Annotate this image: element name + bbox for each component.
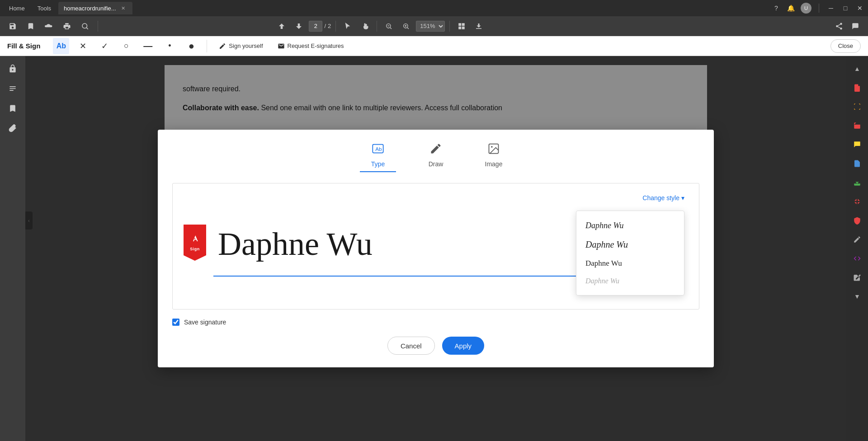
tool-x-icon: ✕ [80, 41, 86, 51]
apply-button[interactable]: Apply [442, 337, 485, 355]
svg-line-8 [407, 28, 409, 29]
svg-line-4 [390, 28, 392, 29]
zoom-select[interactable]: 151% 100% 75% 50% 200% [416, 21, 445, 32]
toolbar-sep-2 [335, 21, 336, 32]
bell-icon[interactable]: 🔔 [786, 4, 795, 13]
svg-point-21 [491, 146, 493, 148]
right-icon-compress[interactable] [848, 192, 866, 211]
right-icon-export[interactable] [848, 174, 866, 192]
tool-filled-dot[interactable]: ● [183, 38, 199, 54]
sidebar-bookmark-icon[interactable] [4, 99, 22, 117]
right-icon-organize[interactable] [848, 155, 866, 173]
right-icon-combine[interactable] [848, 117, 866, 135]
layout-button[interactable] [454, 19, 469, 33]
style-option-2[interactable]: Daphne Wu [576, 235, 684, 254]
right-icon-protect[interactable] [848, 211, 866, 230]
right-icon-edit2[interactable] [848, 268, 866, 286]
svg-text:Ab: Ab [375, 146, 382, 152]
right-icon-scroll-down[interactable]: ▼ [848, 287, 866, 305]
toolbar-sep-3 [377, 21, 377, 32]
style-option-3[interactable]: Daphne Wu [576, 254, 684, 272]
right-icon-fillsign[interactable] [848, 249, 866, 267]
right-icon-scroll-up[interactable]: ▲ [848, 60, 866, 78]
toolbar-sep-4 [449, 21, 450, 32]
download-button[interactable] [472, 19, 486, 33]
save-signature-row: Save signature [172, 319, 699, 326]
tool-circle[interactable]: ○ [118, 38, 134, 54]
tool-check-icon: ✓ [101, 41, 108, 51]
dialog-overlay: Ab Type Draw Image [25, 56, 846, 441]
tab-image[interactable]: Image [476, 142, 512, 172]
search-button[interactable] [78, 19, 92, 33]
tab-home[interactable]: Home [4, 2, 30, 14]
tool-check[interactable]: ✓ [96, 38, 113, 54]
sidebar-lock-icon[interactable] [4, 60, 22, 78]
adobe-icon [190, 235, 199, 246]
tool-circle-icon: ○ [124, 41, 129, 51]
tool-dot[interactable]: • [161, 38, 178, 54]
change-style-button[interactable]: Change style ▾ [642, 194, 684, 202]
style-option-1[interactable]: Daphne Wu [576, 216, 684, 235]
dialog-tabs: Ab Type Draw Image [172, 142, 699, 172]
tab-draw[interactable]: Draw [418, 142, 454, 172]
tab-document-label: homeacrordrunifie... [64, 5, 116, 12]
tab-type[interactable]: Ab Type [360, 142, 396, 172]
request-esig-label: Request E-signatures [288, 42, 344, 49]
tool-text-icon: Ab [57, 42, 66, 50]
fill-sign-bar: Fill & Sign Ab ✕ ✓ ○ — • ● Sign yourself… [0, 36, 868, 56]
cancel-button[interactable]: Cancel [387, 337, 435, 355]
tab-close-icon[interactable]: ✕ [120, 5, 127, 12]
nav-up-button[interactable] [274, 19, 289, 33]
help-icon[interactable]: ? [772, 4, 781, 13]
tool-line[interactable]: — [140, 38, 156, 54]
maximize-icon[interactable]: □ [841, 4, 850, 13]
cloud-button[interactable] [42, 19, 56, 33]
tool-text[interactable]: Ab [53, 38, 69, 54]
tab-image-label: Image [485, 160, 503, 168]
share-button[interactable] [832, 19, 846, 33]
print-button[interactable] [60, 19, 74, 33]
toolbar: / 2 151% 100% 75% 50% 200% [0, 16, 868, 36]
tool-x[interactable]: ✕ [75, 38, 91, 54]
sign-yourself-button[interactable]: Sign yourself [214, 40, 267, 52]
comment-button[interactable] [848, 19, 863, 33]
style-2-text: Daphne Wu [585, 239, 628, 249]
request-esig-button[interactable]: Request E-signatures [273, 40, 349, 52]
right-icon-sticky[interactable] [848, 136, 866, 154]
toolbar-right [832, 19, 863, 33]
cursor-button[interactable] [340, 19, 355, 33]
right-icon-scan[interactable] [848, 98, 866, 116]
minimize-icon[interactable]: ─ [826, 4, 835, 13]
tab-tools-label: Tools [38, 5, 51, 12]
sidebar-pages-icon[interactable] [4, 80, 22, 98]
save-signature-checkbox[interactable] [172, 319, 179, 326]
page-info: / 2 [309, 21, 331, 32]
right-icon-edit[interactable] [848, 230, 866, 249]
draw-icon [429, 142, 442, 158]
bookmark-button[interactable] [24, 19, 38, 33]
tab-tools[interactable]: Tools [32, 2, 57, 14]
sidebar-attach-icon[interactable] [4, 119, 22, 137]
fill-sign-title: Fill & Sign [7, 42, 40, 50]
svg-line-16 [838, 27, 840, 28]
page-input[interactable] [309, 21, 322, 32]
page-total: 2 [328, 23, 331, 29]
zoom-out-button[interactable] [382, 19, 396, 33]
avatar[interactable]: U [801, 3, 811, 14]
right-icon-pdf[interactable] [848, 79, 866, 97]
tab-type-label: Type [371, 160, 385, 168]
svg-line-1 [86, 28, 88, 29]
image-icon [487, 142, 500, 158]
svg-line-17 [838, 24, 840, 25]
style-option-4[interactable]: Daphne Wu [576, 272, 684, 290]
window-close-icon[interactable]: ✕ [855, 4, 864, 13]
hand-button[interactable] [358, 19, 372, 33]
close-button[interactable]: Close [830, 39, 861, 53]
save-button[interactable] [5, 19, 20, 33]
zoom-in-button[interactable] [399, 19, 413, 33]
avatar-text: U [804, 5, 808, 11]
toolbar-sep-1 [98, 21, 98, 32]
main-layout: ‹ software required. Collaborate with ea… [0, 56, 868, 441]
nav-down-button[interactable] [292, 19, 306, 33]
tab-document[interactable]: homeacrordrunifie... ✕ [58, 2, 132, 14]
